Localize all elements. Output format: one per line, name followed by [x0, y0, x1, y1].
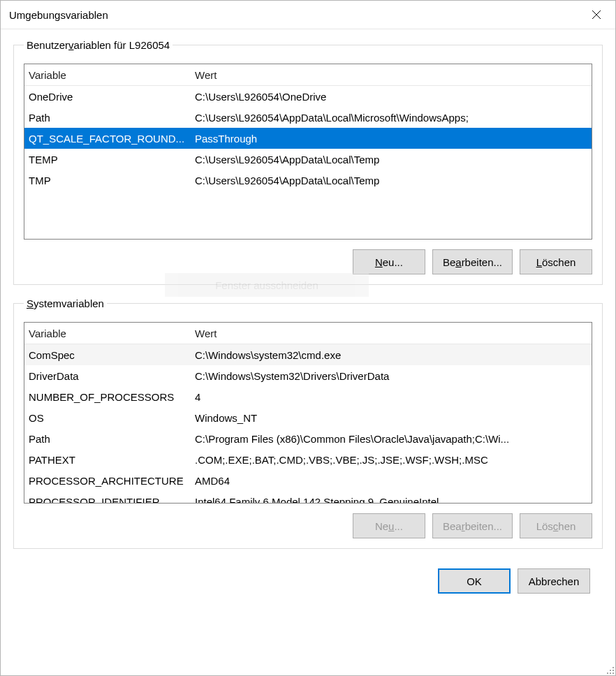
cell-variable: Path: [24, 112, 191, 124]
system-new-button[interactable]: Neu...: [353, 513, 425, 538]
cell-variable: OneDrive: [24, 91, 191, 103]
legend-text: Benutzer: [27, 39, 68, 51]
cell-value: .COM;.EXE;.BAT;.CMD;.VBS;.VBE;.JS;.JSE;.…: [191, 454, 592, 466]
system-buttons-row: Neu... Bearbeiten... Löschen: [24, 513, 592, 538]
svg-point-7: [613, 673, 614, 674]
btn-label: eu...: [383, 256, 403, 268]
table-row[interactable]: PROCESSOR_IDENTIFIERIntel64 Family 6 Mod…: [24, 491, 592, 503]
ghost-snip-button: Fenster ausschneiden: [165, 273, 369, 297]
column-header-variable[interactable]: Variable: [24, 328, 191, 339]
cell-variable: DriverData: [24, 370, 191, 382]
cell-variable: QT_SCALE_FACTOR_ROUND...: [24, 133, 191, 145]
legend-accelerator: S: [27, 297, 34, 309]
table-row[interactable]: TMPC:\Users\L926054\AppData\Local\Temp: [24, 170, 592, 191]
window-title: Umgebungsvariablen: [9, 9, 108, 21]
table-row[interactable]: PROCESSOR_ARCHITECTUREAMD64: [24, 470, 592, 491]
svg-point-2: [613, 667, 614, 668]
cell-variable: TEMP: [24, 154, 191, 166]
table-row[interactable]: NUMBER_OF_PROCESSORS4: [24, 386, 592, 407]
cell-variable: Path: [24, 433, 191, 445]
svg-point-5: [607, 673, 608, 674]
cancel-button[interactable]: Abbrechen: [518, 568, 590, 594]
user-buttons-row: Neu... Bearbeiten... Löschen: [24, 249, 592, 274]
cell-value: C:\Users\L926054\AppData\Local\Temp: [191, 175, 592, 186]
list-header: Variable Wert: [24, 323, 592, 344]
table-row[interactable]: OneDriveC:\Users\L926054\OneDrive: [24, 86, 592, 107]
list-body: OneDriveC:\Users\L926054\OneDrivePathC:\…: [24, 86, 592, 239]
table-row[interactable]: PATHEXT.COM;.EXE;.BAT;.CMD;.VBS;.VBE;.JS…: [24, 449, 592, 470]
svg-point-3: [610, 670, 611, 671]
cell-value: 4: [191, 391, 592, 403]
window-close-button[interactable]: [578, 1, 615, 29]
legend-text: ariablen für L926054: [74, 39, 170, 51]
system-variables-list[interactable]: Variable Wert ComSpecC:\Windows\system32…: [24, 322, 592, 504]
table-row[interactable]: ComSpecC:\Windows\system32\cmd.exe: [24, 344, 592, 365]
cell-value: C:\Program Files (x86)\Common Files\Orac…: [191, 433, 592, 445]
cell-value: C:\Windows\system32\cmd.exe: [191, 349, 592, 361]
cell-value: Intel64 Family 6 Model 142 Stepping 9, G…: [191, 496, 592, 504]
btn-label: hen: [558, 520, 575, 532]
table-row[interactable]: TEMPC:\Users\L926054\AppData\Local\Temp: [24, 149, 592, 170]
btn-label: Bea: [443, 520, 462, 532]
cell-variable: PATHEXT: [24, 454, 191, 466]
cell-value: Windows_NT: [191, 412, 592, 424]
dialog-bottom-buttons: OK Abbrechen: [13, 561, 603, 594]
btn-accelerator: N: [375, 256, 383, 268]
user-variables-group: Benutzervariablen für L926054 Variable W…: [13, 39, 603, 285]
column-header-variable[interactable]: Variable: [24, 69, 191, 81]
close-icon: [592, 10, 601, 20]
btn-label: Lös: [536, 520, 553, 532]
env-vars-dialog: Umgebungsvariablen Benutzervariablen für…: [0, 0, 616, 676]
cell-value: C:\Windows\System32\Drivers\DriverData: [191, 370, 592, 382]
cell-value: C:\Users\L926054\AppData\Local\Microsoft…: [191, 112, 592, 124]
btn-label: Ne: [375, 520, 388, 532]
dialog-content: Benutzervariablen für L926054 Variable W…: [1, 29, 615, 675]
system-variables-legend: Systemvariablen: [24, 297, 107, 309]
cell-value: AMD64: [191, 475, 592, 487]
legend-accelerator: v: [68, 39, 74, 51]
btn-label: öschen: [542, 256, 575, 268]
user-variables-list[interactable]: Variable Wert OneDriveC:\Users\L926054\O…: [24, 64, 592, 240]
column-header-value[interactable]: Wert: [191, 328, 592, 339]
cell-variable: PROCESSOR_IDENTIFIER: [24, 496, 191, 504]
cell-variable: PROCESSOR_ARCHITECTURE: [24, 475, 191, 487]
btn-accelerator: a: [455, 256, 461, 268]
list-header: Variable Wert: [24, 64, 592, 86]
cell-value: C:\Users\L926054\OneDrive: [191, 91, 592, 103]
titlebar: Umgebungsvariablen: [1, 1, 615, 29]
cell-value: C:\Users\L926054\AppData\Local\Temp: [191, 154, 592, 166]
ok-button[interactable]: OK: [438, 568, 511, 594]
btn-label: Be: [443, 256, 455, 268]
user-variables-legend: Benutzervariablen für L926054: [24, 39, 173, 51]
column-header-value[interactable]: Wert: [191, 69, 592, 81]
table-row[interactable]: PathC:\Program Files (x86)\Common Files\…: [24, 428, 592, 449]
btn-label: rbeiten...: [462, 256, 502, 268]
cell-variable: TMP: [24, 175, 191, 186]
user-new-button[interactable]: Neu...: [353, 249, 425, 274]
cell-variable: NUMBER_OF_PROCESSORS: [24, 391, 191, 403]
table-row[interactable]: PathC:\Users\L926054\AppData\Local\Micro…: [24, 107, 592, 128]
cell-variable: ComSpec: [24, 349, 191, 361]
table-row[interactable]: OSWindows_NT: [24, 407, 592, 428]
svg-point-6: [610, 673, 611, 674]
system-edit-button[interactable]: Bearbeiten...: [432, 513, 513, 538]
user-edit-button[interactable]: Bearbeiten...: [432, 249, 513, 274]
system-delete-button[interactable]: Löschen: [520, 513, 592, 538]
cell-variable: OS: [24, 412, 191, 424]
resize-grip-icon[interactable]: [605, 665, 615, 675]
cell-value: PassThrough: [191, 133, 592, 145]
btn-accelerator: L: [536, 256, 542, 268]
system-variables-group: Systemvariablen Variable Wert ComSpecC:\…: [13, 297, 603, 549]
btn-label: ...: [394, 520, 403, 532]
svg-point-4: [613, 670, 614, 671]
table-row[interactable]: DriverDataC:\Windows\System32\Drivers\Dr…: [24, 365, 592, 386]
user-delete-button[interactable]: Löschen: [520, 249, 592, 274]
list-body: ComSpecC:\Windows\system32\cmd.exeDriver…: [24, 344, 592, 503]
table-row[interactable]: QT_SCALE_FACTOR_ROUND...PassThrough: [24, 128, 592, 149]
btn-label: beiten...: [465, 520, 502, 532]
legend-text: ystemvariablen: [34, 297, 104, 309]
